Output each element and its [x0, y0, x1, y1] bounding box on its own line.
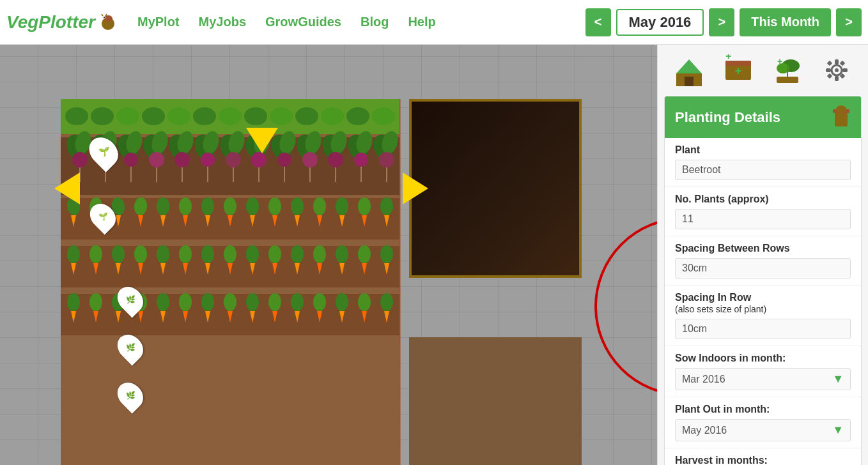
svg-point-48 — [277, 153, 291, 167]
num-plants-label: No. Plants (approx) — [675, 194, 851, 205]
svg-point-91 — [246, 197, 259, 215]
main: 🌱 🌱 🌿 🌿 🌿 — [0, 45, 868, 465]
plant-field: Plant Beetroot — [665, 138, 861, 187]
num-plants-field: No. Plants (approx) 11 — [665, 187, 861, 236]
svg-text:+: + — [725, 54, 731, 61]
svg-rect-184 — [835, 76, 839, 81]
spacing-rows-label: Spacing Between Rows — [675, 243, 851, 254]
plant-out-select[interactable]: May 2016 ▼ — [675, 419, 851, 441]
add-plant-icon-button[interactable]: + — [771, 54, 803, 86]
svg-point-101 — [358, 197, 371, 215]
planting-details-icon — [832, 104, 851, 130]
svg-point-106 — [67, 245, 80, 263]
svg-line-4 — [102, 14, 103, 16]
planting-details-panel: Planting Details Plant Beetroot No. Plan… — [664, 96, 862, 465]
svg-point-110 — [112, 245, 125, 263]
svg-point-87 — [201, 197, 214, 215]
nav-blog[interactable]: Blog — [360, 15, 389, 29]
nav-help[interactable]: Help — [408, 15, 435, 29]
plant-out-value: May 2016 — [682, 425, 727, 436]
nav-growguides[interactable]: GrowGuides — [265, 15, 341, 29]
pin-marker-1[interactable]: 🌱 — [93, 134, 118, 166]
svg-point-30 — [124, 153, 138, 167]
sow-indoors-select[interactable]: Mar 2016 ▼ — [675, 368, 851, 390]
pin-marker-4[interactable]: 🌿 — [120, 332, 143, 360]
svg-rect-186 — [842, 68, 848, 72]
svg-point-122 — [246, 245, 259, 263]
svg-rect-170 — [685, 77, 694, 86]
nav-myjobs[interactable]: MyJobs — [199, 15, 246, 29]
svg-point-124 — [268, 245, 281, 263]
svg-point-15 — [244, 107, 267, 125]
month-display: May 2016 — [616, 9, 704, 36]
svg-rect-185 — [826, 68, 831, 72]
logo: VegPlotter — [6, 11, 118, 34]
svg-point-18 — [321, 107, 344, 125]
sow-indoors-arrow: ▼ — [832, 372, 844, 386]
svg-point-132 — [358, 245, 371, 263]
svg-point-147 — [179, 293, 192, 311]
svg-point-130 — [336, 245, 348, 263]
svg-point-157 — [291, 293, 304, 311]
outer-next-button[interactable]: > — [836, 8, 862, 36]
spacing-in-row-label: Spacing In Row (also sets size of plant) — [675, 292, 851, 315]
yellow-arrow-left — [54, 172, 80, 204]
svg-point-17 — [295, 107, 318, 125]
svg-rect-183 — [835, 59, 839, 65]
settings-icon-button[interactable] — [821, 54, 853, 86]
svg-point-193 — [836, 105, 846, 113]
plant-out-label: Plant Out in month: — [675, 404, 851, 415]
svg-point-3 — [104, 17, 105, 18]
svg-point-54 — [328, 152, 343, 167]
svg-point-12 — [167, 107, 190, 125]
svg-point-33 — [149, 152, 164, 167]
svg-point-20 — [372, 107, 395, 125]
plant-out-arrow: ▼ — [832, 423, 844, 437]
pin-marker-2[interactable]: 🌱 — [93, 201, 116, 229]
plant-label: Plant — [675, 144, 851, 156]
svg-point-163 — [358, 293, 371, 311]
svg-point-155 — [268, 293, 281, 311]
plant-value: Beetroot — [675, 160, 851, 180]
svg-point-36 — [174, 152, 190, 167]
sow-indoors-field: Sow Indoors in month: Mar 2016 ▼ — [665, 346, 861, 397]
prev-month-button[interactable]: < — [585, 8, 611, 36]
add-bed-icon: + + — [722, 54, 754, 86]
add-plant-icon: + — [771, 54, 803, 86]
svg-point-182 — [835, 68, 839, 72]
yellow-arrow-right — [403, 172, 428, 204]
svg-point-165 — [380, 293, 393, 311]
spacing-in-row-field: Spacing In Row (also sets size of plant)… — [665, 286, 861, 346]
svg-text:+: + — [735, 65, 742, 77]
num-plants-value: 11 — [675, 209, 851, 229]
svg-point-39 — [201, 153, 215, 167]
svg-point-116 — [179, 245, 192, 263]
svg-point-134 — [380, 245, 393, 263]
garden-canvas[interactable]: 🌱 🌱 🌿 🌿 🌿 — [0, 45, 657, 465]
svg-point-153 — [246, 293, 259, 311]
svg-rect-188 — [840, 61, 845, 66]
yellow-arrow-down — [246, 128, 278, 153]
next-month-button[interactable]: > — [709, 8, 734, 36]
svg-point-145 — [157, 293, 169, 311]
bottom-right-area — [409, 337, 582, 465]
svg-point-139 — [89, 293, 102, 311]
svg-text:+: + — [777, 56, 782, 66]
spacing-in-row-value: 10cm — [675, 319, 851, 339]
svg-point-19 — [346, 107, 369, 125]
house-icon-button[interactable]: + — [673, 54, 705, 86]
pin-marker-5[interactable]: 🌿 — [120, 380, 143, 408]
svg-point-118 — [201, 245, 214, 263]
sow-indoors-value: Mar 2016 — [682, 374, 725, 385]
svg-point-128 — [313, 245, 326, 263]
logo-text: VegPlotter — [6, 12, 95, 33]
svg-point-85 — [179, 197, 192, 215]
this-month-button[interactable]: This Month — [740, 8, 831, 36]
harvest-field: Harvest in months: — [665, 448, 861, 465]
svg-point-8 — [65, 107, 88, 125]
add-bed-icon-button[interactable]: + + — [722, 54, 754, 86]
pin-marker-3[interactable]: 🌿 — [120, 284, 143, 312]
nav: MyPlot MyJobs GrowGuides Blog Help — [137, 15, 585, 29]
nav-myplot[interactable]: MyPlot — [137, 15, 180, 29]
svg-rect-167 — [61, 342, 399, 465]
